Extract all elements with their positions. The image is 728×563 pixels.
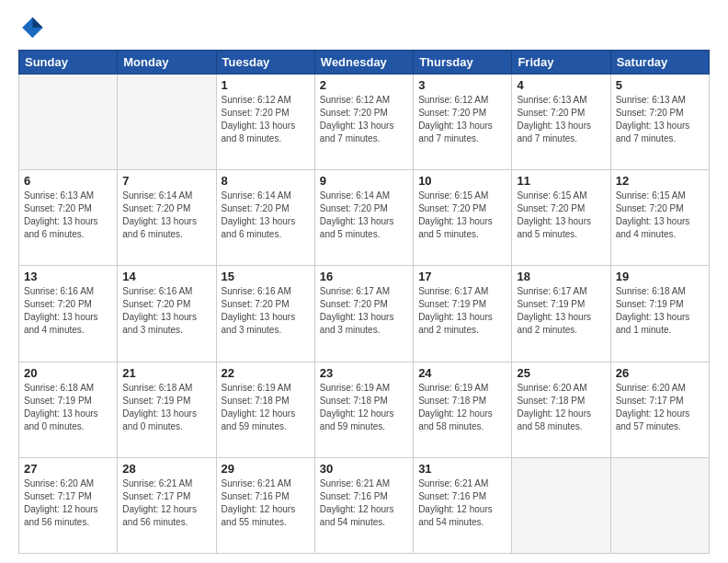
day-number: 8 xyxy=(222,174,310,188)
day-number: 11 xyxy=(517,174,605,188)
day-number: 3 xyxy=(418,78,506,92)
day-number: 28 xyxy=(122,462,210,476)
day-number: 22 xyxy=(222,366,310,380)
calendar-day xyxy=(610,457,709,553)
day-info: Sunrise: 6:19 AM Sunset: 7:18 PM Dayligh… xyxy=(222,382,310,433)
day-number: 1 xyxy=(222,78,310,92)
day-number: 12 xyxy=(616,174,704,188)
calendar-day: 24Sunrise: 6:19 AM Sunset: 7:18 PM Dayli… xyxy=(414,362,512,457)
day-number: 21 xyxy=(122,366,210,380)
day-header-thursday: Thursday xyxy=(414,51,512,75)
logo-icon xyxy=(18,15,44,40)
day-info: Sunrise: 6:14 AM Sunset: 7:20 PM Dayligh… xyxy=(320,190,408,241)
day-number: 2 xyxy=(320,78,408,92)
day-header-tuesday: Tuesday xyxy=(216,51,314,75)
day-header-friday: Friday xyxy=(512,51,610,75)
day-header-wednesday: Wednesday xyxy=(314,51,413,75)
day-info: Sunrise: 6:17 AM Sunset: 7:20 PM Dayligh… xyxy=(320,285,408,337)
calendar-day: 25Sunrise: 6:20 AM Sunset: 7:18 PM Dayli… xyxy=(512,362,610,457)
day-number: 18 xyxy=(517,270,605,283)
calendar-day: 9Sunrise: 6:14 AM Sunset: 7:20 PM Daylig… xyxy=(314,170,413,266)
calendar-day: 19Sunrise: 6:18 AM Sunset: 7:19 PM Dayli… xyxy=(610,266,709,362)
day-info: Sunrise: 6:21 AM Sunset: 7:16 PM Dayligh… xyxy=(418,477,506,529)
calendar-week-3: 13Sunrise: 6:16 AM Sunset: 7:20 PM Dayli… xyxy=(19,266,710,362)
calendar-week-4: 20Sunrise: 6:18 AM Sunset: 7:19 PM Dayli… xyxy=(19,362,710,457)
calendar-day: 20Sunrise: 6:18 AM Sunset: 7:19 PM Dayli… xyxy=(19,362,118,457)
day-info: Sunrise: 6:20 AM Sunset: 7:17 PM Dayligh… xyxy=(616,382,704,433)
calendar-day: 27Sunrise: 6:20 AM Sunset: 7:17 PM Dayli… xyxy=(19,457,118,553)
calendar-day xyxy=(118,75,216,170)
day-info: Sunrise: 6:13 AM Sunset: 7:20 PM Dayligh… xyxy=(24,190,112,241)
calendar-header-row: SundayMondayTuesdayWednesdayThursdayFrid… xyxy=(19,51,710,75)
day-number: 13 xyxy=(24,270,112,283)
page: SundayMondayTuesdayWednesdayThursdayFrid… xyxy=(0,0,728,563)
calendar-table: SundayMondayTuesdayWednesdayThursdayFrid… xyxy=(18,50,710,554)
calendar-day: 16Sunrise: 6:17 AM Sunset: 7:20 PM Dayli… xyxy=(314,266,413,362)
day-number: 29 xyxy=(222,462,310,476)
day-info: Sunrise: 6:14 AM Sunset: 7:20 PM Dayligh… xyxy=(222,190,310,241)
calendar-day: 23Sunrise: 6:19 AM Sunset: 7:18 PM Dayli… xyxy=(314,362,413,457)
calendar-day: 26Sunrise: 6:20 AM Sunset: 7:17 PM Dayli… xyxy=(610,362,709,457)
day-number: 16 xyxy=(320,270,408,283)
day-number: 6 xyxy=(24,174,112,188)
day-number: 15 xyxy=(222,270,310,283)
calendar-day: 31Sunrise: 6:21 AM Sunset: 7:16 PM Dayli… xyxy=(414,457,512,553)
day-info: Sunrise: 6:18 AM Sunset: 7:19 PM Dayligh… xyxy=(616,285,704,337)
day-info: Sunrise: 6:12 AM Sunset: 7:20 PM Dayligh… xyxy=(418,94,506,145)
calendar-day: 8Sunrise: 6:14 AM Sunset: 7:20 PM Daylig… xyxy=(216,170,314,266)
day-info: Sunrise: 6:15 AM Sunset: 7:20 PM Dayligh… xyxy=(418,190,506,241)
calendar-day: 4Sunrise: 6:13 AM Sunset: 7:20 PM Daylig… xyxy=(512,75,610,170)
logo xyxy=(18,15,46,40)
day-info: Sunrise: 6:21 AM Sunset: 7:16 PM Dayligh… xyxy=(320,477,408,529)
day-number: 23 xyxy=(320,366,408,380)
calendar-day: 15Sunrise: 6:16 AM Sunset: 7:20 PM Dayli… xyxy=(216,266,314,362)
day-number: 5 xyxy=(616,78,704,92)
day-number: 7 xyxy=(122,174,210,188)
day-number: 27 xyxy=(24,462,112,476)
day-info: Sunrise: 6:12 AM Sunset: 7:20 PM Dayligh… xyxy=(320,94,408,145)
day-info: Sunrise: 6:16 AM Sunset: 7:20 PM Dayligh… xyxy=(24,285,112,337)
day-number: 25 xyxy=(517,366,605,380)
day-number: 9 xyxy=(320,174,408,188)
day-info: Sunrise: 6:16 AM Sunset: 7:20 PM Dayligh… xyxy=(222,285,310,337)
day-info: Sunrise: 6:19 AM Sunset: 7:18 PM Dayligh… xyxy=(320,382,408,433)
day-info: Sunrise: 6:15 AM Sunset: 7:20 PM Dayligh… xyxy=(616,190,704,241)
calendar-day: 11Sunrise: 6:15 AM Sunset: 7:20 PM Dayli… xyxy=(512,170,610,266)
day-info: Sunrise: 6:14 AM Sunset: 7:20 PM Dayligh… xyxy=(122,190,210,241)
calendar-day: 18Sunrise: 6:17 AM Sunset: 7:19 PM Dayli… xyxy=(512,266,610,362)
day-info: Sunrise: 6:17 AM Sunset: 7:19 PM Dayligh… xyxy=(517,285,605,337)
day-info: Sunrise: 6:20 AM Sunset: 7:17 PM Dayligh… xyxy=(24,477,112,529)
day-header-saturday: Saturday xyxy=(610,51,709,75)
calendar-week-2: 6Sunrise: 6:13 AM Sunset: 7:20 PM Daylig… xyxy=(19,170,710,266)
calendar-day: 30Sunrise: 6:21 AM Sunset: 7:16 PM Dayli… xyxy=(314,457,413,553)
day-info: Sunrise: 6:17 AM Sunset: 7:19 PM Dayligh… xyxy=(418,285,506,337)
calendar-day: 10Sunrise: 6:15 AM Sunset: 7:20 PM Dayli… xyxy=(414,170,512,266)
day-number: 31 xyxy=(418,462,506,476)
day-header-monday: Monday xyxy=(118,51,216,75)
calendar-day: 6Sunrise: 6:13 AM Sunset: 7:20 PM Daylig… xyxy=(19,170,118,266)
day-number: 19 xyxy=(616,270,704,283)
day-info: Sunrise: 6:18 AM Sunset: 7:19 PM Dayligh… xyxy=(122,382,210,433)
calendar-day xyxy=(512,457,610,553)
calendar-day: 5Sunrise: 6:13 AM Sunset: 7:20 PM Daylig… xyxy=(610,75,709,170)
calendar-day: 21Sunrise: 6:18 AM Sunset: 7:19 PM Dayli… xyxy=(118,362,216,457)
day-number: 26 xyxy=(616,366,704,380)
calendar-day: 28Sunrise: 6:21 AM Sunset: 7:17 PM Dayli… xyxy=(118,457,216,553)
calendar-day: 13Sunrise: 6:16 AM Sunset: 7:20 PM Dayli… xyxy=(19,266,118,362)
calendar-week-1: 1Sunrise: 6:12 AM Sunset: 7:20 PM Daylig… xyxy=(19,75,710,170)
day-number: 14 xyxy=(122,270,210,283)
calendar-day: 7Sunrise: 6:14 AM Sunset: 7:20 PM Daylig… xyxy=(118,170,216,266)
calendar-day: 2Sunrise: 6:12 AM Sunset: 7:20 PM Daylig… xyxy=(314,75,413,170)
day-info: Sunrise: 6:21 AM Sunset: 7:16 PM Dayligh… xyxy=(222,477,310,529)
day-info: Sunrise: 6:20 AM Sunset: 7:18 PM Dayligh… xyxy=(517,382,605,433)
day-info: Sunrise: 6:21 AM Sunset: 7:17 PM Dayligh… xyxy=(122,477,210,529)
day-info: Sunrise: 6:15 AM Sunset: 7:20 PM Dayligh… xyxy=(517,190,605,241)
calendar-day xyxy=(19,75,118,170)
calendar-day: 1Sunrise: 6:12 AM Sunset: 7:20 PM Daylig… xyxy=(216,75,314,170)
calendar-day: 29Sunrise: 6:21 AM Sunset: 7:16 PM Dayli… xyxy=(216,457,314,553)
calendar-day: 17Sunrise: 6:17 AM Sunset: 7:19 PM Dayli… xyxy=(414,266,512,362)
header xyxy=(18,15,710,40)
day-number: 20 xyxy=(24,366,112,380)
day-info: Sunrise: 6:16 AM Sunset: 7:20 PM Dayligh… xyxy=(122,285,210,337)
calendar-day: 22Sunrise: 6:19 AM Sunset: 7:18 PM Dayli… xyxy=(216,362,314,457)
